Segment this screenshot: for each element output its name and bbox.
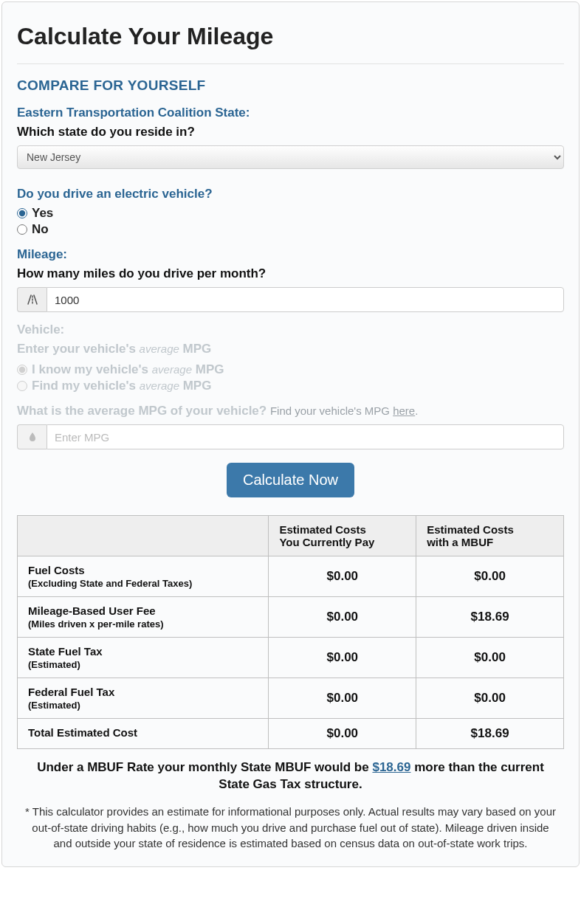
table-header-row: Estimated Costs You Currently Pay Estima… [18, 516, 564, 556]
header-current: Estimated Costs You Currently Pay [269, 516, 416, 556]
mileage-section-label: Mileage: [17, 247, 564, 262]
row-federal-tax: Federal Fuel Tax (Estimated) $0.00 $0.00 [18, 678, 564, 719]
calculate-button[interactable]: Calculate Now [227, 463, 354, 497]
header-blank [18, 516, 269, 556]
calculator-card: Calculate Your Mileage COMPARE FOR YOURS… [1, 1, 580, 867]
mpg-hint-link: here [393, 404, 415, 417]
road-icon [17, 287, 47, 312]
mpg-question: What is the average MPG of your vehicle?… [17, 404, 564, 418]
mpg-hint: Find your vehicle's MPG here. [270, 404, 418, 417]
row-state-tax: State Fuel Tax (Estimated) $0.00 $0.00 [18, 638, 564, 678]
mpg-radio-find-label: Find my vehicle's average MPG [32, 379, 211, 393]
results-table: Estimated Costs You Currently Pay Estima… [17, 515, 564, 749]
compare-heading: COMPARE FOR YOURSELF [17, 77, 564, 94]
mpg-radio-find [17, 381, 27, 391]
state-question: Which state do you reside in? [17, 125, 564, 139]
mileage-input[interactable] [47, 287, 564, 312]
mileage-input-group [17, 287, 564, 312]
ev-radio-yes-label: Yes [32, 206, 53, 221]
vehicle-prompt: Enter your vehicle's average MPG [17, 342, 564, 356]
row-mbuf-fee: Mileage-Based User Fee (Miles driven x p… [18, 597, 564, 638]
row-total: Total Estimated Cost $0.00 $18.69 [18, 719, 564, 749]
ev-radio-yes[interactable] [17, 208, 27, 218]
mpg-input-group [17, 424, 564, 449]
ev-radio-yes-row[interactable]: Yes [17, 206, 564, 221]
header-mbuf: Estimated Costs with a MBUF [416, 516, 564, 556]
ev-radio-no-label: No [32, 222, 49, 237]
mileage-question: How many miles do you drive per month? [17, 266, 564, 281]
summary-sentence: Under a MBUF Rate your monthly State MBU… [24, 759, 557, 793]
summary-amount: $18.69 [372, 760, 410, 774]
state-select[interactable]: New Jersey [17, 145, 564, 169]
calculate-button-wrap: Calculate Now [17, 463, 564, 497]
ev-section-label: Do you drive an electric vehicle? [17, 187, 564, 201]
disclaimer-text: * This calculator provides an estimate f… [21, 804, 560, 852]
page-title: Calculate Your Mileage [17, 23, 564, 50]
ev-radio-no-row[interactable]: No [17, 222, 564, 237]
vehicle-section-label: Vehicle: [17, 323, 564, 337]
ev-radio-no[interactable] [17, 224, 27, 235]
mpg-radio-know-row: I know my vehicle's average MPG [17, 362, 564, 377]
fuel-icon [17, 424, 47, 449]
mpg-radio-find-row: Find my vehicle's average MPG [17, 379, 564, 393]
row-fuel-costs: Fuel Costs (Excluding State and Federal … [18, 556, 564, 597]
divider [17, 63, 564, 64]
mpg-input [47, 424, 564, 449]
mpg-radio-know-label: I know my vehicle's average MPG [32, 362, 224, 377]
mpg-radio-know [17, 365, 27, 375]
state-section-label: Eastern Transportation Coalition State: [17, 106, 564, 120]
